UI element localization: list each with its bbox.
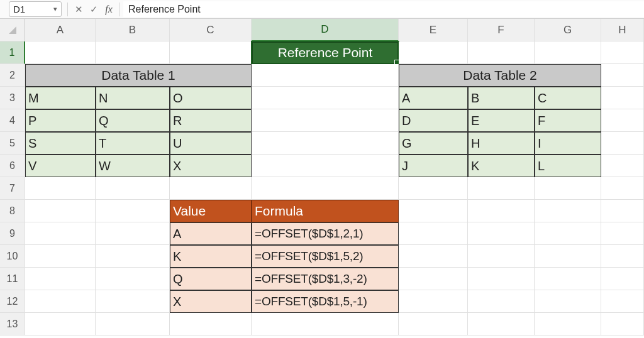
cell-A12[interactable] — [25, 290, 96, 313]
cell-D2[interactable] — [252, 64, 399, 87]
cell-H13[interactable] — [601, 313, 644, 335]
row-header-8[interactable]: 8 — [0, 200, 25, 222]
offset-formula-0[interactable]: =OFFSET($D$1,2,1) — [252, 222, 399, 245]
cell-C13[interactable] — [170, 313, 252, 335]
cell-C6[interactable]: X — [170, 155, 252, 177]
cell-G5[interactable]: I — [535, 132, 601, 155]
row-header-7[interactable]: 7 — [0, 177, 25, 200]
cell-G8[interactable] — [535, 200, 601, 222]
cell-B6[interactable]: W — [96, 155, 170, 177]
cell-F13[interactable] — [468, 313, 535, 335]
cell-G13[interactable] — [535, 313, 601, 335]
cell-C7[interactable] — [170, 177, 252, 200]
cell-G4[interactable]: F — [535, 109, 601, 132]
offset-value-3[interactable]: X — [170, 290, 252, 313]
cell-G7[interactable] — [535, 177, 601, 200]
cell-H3[interactable] — [601, 87, 644, 109]
cell-B4[interactable]: Q — [96, 109, 170, 132]
cell-D4[interactable] — [252, 109, 399, 132]
cell-B1[interactable] — [96, 41, 170, 64]
row-header-2[interactable]: 2 — [0, 64, 25, 87]
table2-title[interactable]: Data Table 2 — [399, 64, 601, 87]
cell-F10[interactable] — [468, 245, 535, 268]
chevron-down-icon[interactable]: ▾ — [53, 5, 57, 13]
cell-H10[interactable] — [601, 245, 644, 268]
cell-G9[interactable] — [535, 222, 601, 245]
cell-H6[interactable] — [601, 155, 644, 177]
name-box[interactable]: D1 ▾ — [9, 1, 62, 17]
cancel-icon[interactable]: ✕ — [72, 3, 86, 16]
cell-A10[interactable] — [25, 245, 96, 268]
col-header-C[interactable]: C — [170, 19, 252, 41]
fx-icon[interactable]: fx — [102, 3, 116, 16]
col-header-H[interactable]: H — [601, 19, 644, 41]
cell-H9[interactable] — [601, 222, 644, 245]
offset-formula-1[interactable]: =OFFSET($D$1,5,2) — [252, 245, 399, 268]
col-header-F[interactable]: F — [468, 19, 535, 41]
cell-A9[interactable] — [25, 222, 96, 245]
row-header-6[interactable]: 6 — [0, 155, 25, 177]
cell-D3[interactable] — [252, 87, 399, 109]
row-header-5[interactable]: 5 — [0, 132, 25, 155]
col-header-B[interactable]: B — [96, 19, 170, 41]
cell-E12[interactable] — [399, 290, 468, 313]
cell-A8[interactable] — [25, 200, 96, 222]
cell-A6[interactable]: V — [25, 155, 96, 177]
cell-E9[interactable] — [399, 222, 468, 245]
cell-B8[interactable] — [96, 200, 170, 222]
cell-E6[interactable]: J — [399, 155, 468, 177]
cell-A11[interactable] — [25, 268, 96, 290]
cell-H8[interactable] — [601, 200, 644, 222]
cell-F11[interactable] — [468, 268, 535, 290]
cell-A5[interactable]: S — [25, 132, 96, 155]
row-header-13[interactable]: 13 — [0, 313, 25, 335]
cell-E13[interactable] — [399, 313, 468, 335]
cell-A1[interactable] — [25, 41, 96, 64]
cell-B5[interactable]: T — [96, 132, 170, 155]
row-header-12[interactable]: 12 — [0, 290, 25, 313]
row-header-4[interactable]: 4 — [0, 109, 25, 132]
cell-C5[interactable]: U — [170, 132, 252, 155]
cell-E1[interactable] — [399, 41, 468, 64]
cell-B9[interactable] — [96, 222, 170, 245]
cell-D13[interactable] — [252, 313, 399, 335]
cell-C3[interactable]: O — [170, 87, 252, 109]
cell-F3[interactable]: B — [468, 87, 535, 109]
cell-E5[interactable]: G — [399, 132, 468, 155]
cell-E4[interactable]: D — [399, 109, 468, 132]
cell-F6[interactable]: K — [468, 155, 535, 177]
cell-C4[interactable]: R — [170, 109, 252, 132]
row-header-1[interactable]: 1 — [0, 41, 25, 64]
table1-title[interactable]: Data Table 1 — [25, 64, 252, 87]
cell-B7[interactable] — [96, 177, 170, 200]
offset-value-2[interactable]: Q — [170, 268, 252, 290]
row-header-11[interactable]: 11 — [0, 268, 25, 290]
cell-F9[interactable] — [468, 222, 535, 245]
row-header-10[interactable]: 10 — [0, 245, 25, 268]
cell-B12[interactable] — [96, 290, 170, 313]
cell-E11[interactable] — [399, 268, 468, 290]
cell-F12[interactable] — [468, 290, 535, 313]
cell-G6[interactable]: L — [535, 155, 601, 177]
cell-D1-reference-point[interactable]: Reference Point — [252, 41, 399, 64]
cell-B11[interactable] — [96, 268, 170, 290]
cell-H7[interactable] — [601, 177, 644, 200]
offset-value-1[interactable]: K — [170, 245, 252, 268]
cell-A13[interactable] — [25, 313, 96, 335]
cell-F4[interactable]: E — [468, 109, 535, 132]
cell-D7[interactable] — [252, 177, 399, 200]
col-header-E[interactable]: E — [399, 19, 468, 41]
cell-F5[interactable]: H — [468, 132, 535, 155]
cell-G12[interactable] — [535, 290, 601, 313]
cell-G11[interactable] — [535, 268, 601, 290]
confirm-icon[interactable]: ✓ — [87, 3, 101, 16]
row-header-3[interactable]: 3 — [0, 87, 25, 109]
row-header-9[interactable]: 9 — [0, 222, 25, 245]
cell-G3[interactable]: C — [535, 87, 601, 109]
cell-B3[interactable]: N — [96, 87, 170, 109]
cell-B10[interactable] — [96, 245, 170, 268]
cell-H4[interactable] — [601, 109, 644, 132]
offset-formula-3[interactable]: =OFFSET($D$1,5,-1) — [252, 290, 399, 313]
offset-formula-2[interactable]: =OFFSET($D$1,3,-2) — [252, 268, 399, 290]
offset-header-formula[interactable]: Formula — [252, 200, 399, 222]
